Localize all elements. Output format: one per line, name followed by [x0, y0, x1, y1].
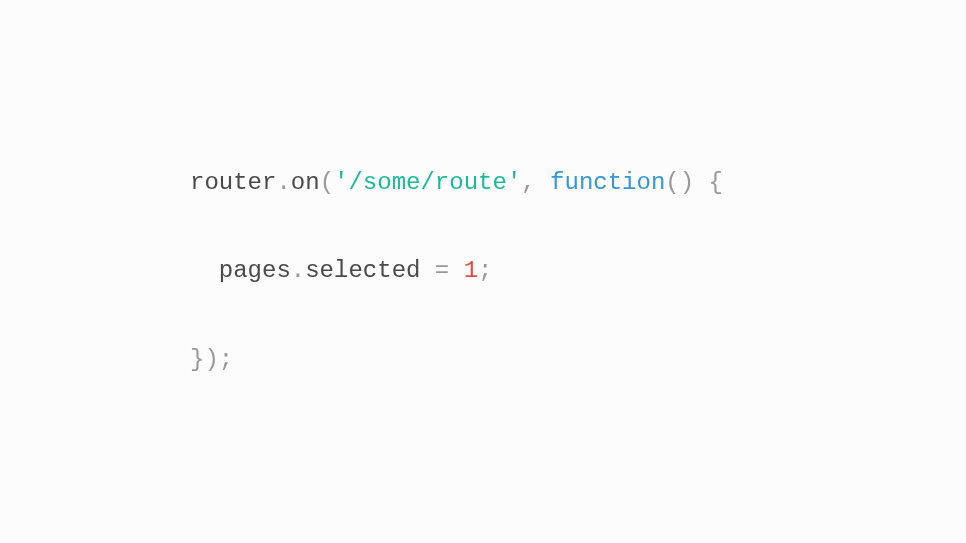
- token-semicolon: ;: [478, 257, 492, 284]
- token-paren-close: ): [204, 346, 218, 373]
- token-space: [694, 169, 708, 196]
- code-snippet: router.on('/some/route', function() { pa…: [190, 116, 723, 427]
- code-line-2: pages.selected = 1;: [190, 249, 723, 293]
- token-string-route: '/some/route': [334, 169, 521, 196]
- token-brace-open: {: [709, 169, 723, 196]
- token-dot: .: [291, 257, 305, 284]
- token-semicolon: ;: [219, 346, 233, 373]
- token-equals: =: [420, 257, 463, 284]
- token-on: on: [291, 169, 320, 196]
- token-pages: pages: [219, 257, 291, 284]
- token-paren-open: (: [320, 169, 334, 196]
- code-line-3: });: [190, 338, 723, 382]
- token-selected: selected: [305, 257, 420, 284]
- token-function-keyword: function: [550, 169, 665, 196]
- token-comma: ,: [521, 169, 550, 196]
- token-brace-close: }: [190, 346, 204, 373]
- token-router: router: [190, 169, 276, 196]
- token-dot: .: [276, 169, 290, 196]
- code-line-1: router.on('/some/route', function() {: [190, 161, 723, 205]
- token-parens: (): [665, 169, 694, 196]
- token-number: 1: [464, 257, 478, 284]
